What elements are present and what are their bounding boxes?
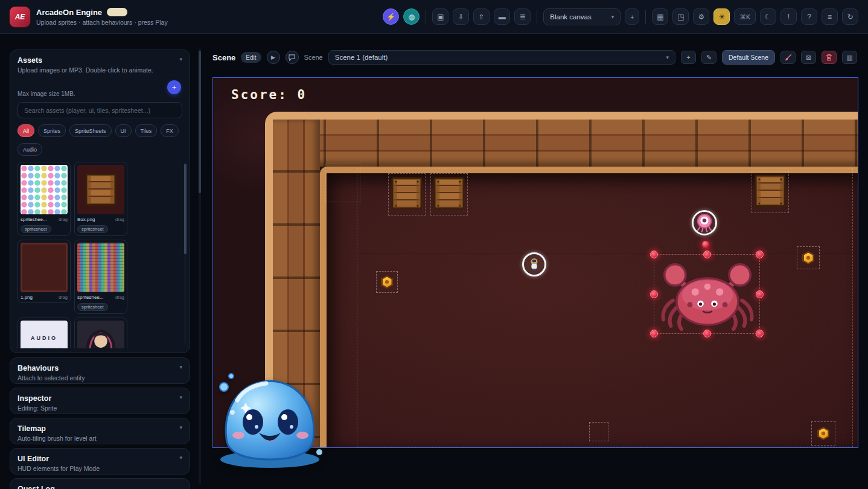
filter-chip-sprites[interactable]: Sprites <box>38 124 66 137</box>
spritesheet-thumbnail[interactable] <box>77 243 124 292</box>
asset-card[interactable]: 1.pngdrag <box>18 240 71 303</box>
export-button[interactable]: ⇩ <box>453 8 469 25</box>
coin-entity[interactable] <box>811 421 835 446</box>
list-button[interactable]: ≣ <box>514 8 531 25</box>
add-asset-button[interactable]: + <box>167 80 181 94</box>
settings-button[interactable]: ⚙ <box>693 8 709 25</box>
help-button[interactable]: ? <box>801 8 817 25</box>
image-thumbnail[interactable] <box>21 243 68 292</box>
header-toolbar: ⚡ ◍ ▣ ⇩ ⇧ ▬ ≣ Blank canvas ▾ + ▦ ◳ ⚙ ☀ ⌘… <box>383 8 858 25</box>
minimize-button[interactable]: ▬ <box>494 8 510 25</box>
filter-chip-ui[interactable]: UI <box>115 124 132 137</box>
crab-boss-entity[interactable] <box>654 254 760 334</box>
resize-handle[interactable] <box>756 290 764 298</box>
asset-card[interactable]: Box.pngdrag spritesheet <box>74 162 127 236</box>
layout-columns-button[interactable]: ▥ <box>842 51 857 64</box>
theme-light-button[interactable]: ☀ <box>713 8 730 25</box>
search-input[interactable] <box>18 102 182 118</box>
frame-button[interactable]: ◳ <box>672 8 689 25</box>
chevron-down-icon[interactable]: ▾ <box>179 56 182 62</box>
player-entity[interactable] <box>522 252 546 276</box>
paint-brush-button[interactable] <box>780 51 796 64</box>
scene-select[interactable]: Scene 1 (default) ▾ <box>328 50 675 65</box>
character-thumbnail[interactable] <box>77 321 124 348</box>
menu-button[interactable]: ≡ <box>822 8 838 25</box>
asset-card[interactable]: spriteshee...drag spritesheet <box>18 162 71 236</box>
world-button[interactable]: ◍ <box>403 8 420 25</box>
filter-chip-tiles[interactable]: Tiles <box>135 124 158 137</box>
quest-log-panel[interactable]: Quest Log <box>10 478 190 489</box>
ui-editor-panel[interactable]: UI Editor HUD elements for Play Mode ▾ <box>10 448 190 475</box>
rename-scene-button[interactable]: ✎ <box>701 51 716 64</box>
play-icon: ▶ <box>271 54 275 60</box>
filter-chip-fx[interactable]: FX <box>161 124 179 137</box>
resize-handle[interactable] <box>650 251 658 258</box>
scene-title: Scene <box>212 53 235 62</box>
edit-mode-badge[interactable]: Edit <box>241 52 261 63</box>
refresh-button[interactable]: ↻ <box>842 8 858 25</box>
alien-entity[interactable] <box>692 210 717 235</box>
asset-card[interactable]: spriteshee...drag spritesheet <box>74 240 127 314</box>
resize-handle[interactable] <box>756 330 764 337</box>
chevron-down-icon[interactable]: ▾ <box>179 424 182 430</box>
resize-handle[interactable] <box>703 330 711 337</box>
behaviours-panel[interactable]: Behaviours Attach to selected entity ▾ <box>10 357 190 384</box>
inspector-panel[interactable]: Inspector Editing: Sprite ▾ <box>10 388 190 414</box>
save-button[interactable]: ▣ <box>432 8 448 25</box>
game-viewport-canvas[interactable]: Score: 0 <box>212 77 858 448</box>
tile-selection-box[interactable] <box>589 422 608 441</box>
chevron-down-icon[interactable]: ▾ <box>179 394 182 400</box>
chevron-down-icon[interactable]: ▾ <box>179 455 182 461</box>
upload-button[interactable]: ⇧ <box>473 8 490 25</box>
play-button[interactable]: ▶ <box>267 51 280 64</box>
canvas-template-select[interactable]: Blank canvas ▾ <box>543 8 621 25</box>
asset-card[interactable]: AUDIO PIXEL-DEATH-66829. pixel-deat...dr… <box>18 318 71 348</box>
crate-icon <box>433 176 465 210</box>
add-scene-button[interactable]: + <box>681 51 696 64</box>
tilemap-panel[interactable]: Tilemap Auto-tiling brush for level art … <box>10 418 190 444</box>
drag-label[interactable]: drag <box>59 217 68 222</box>
filter-chip-all[interactable]: All <box>18 124 34 137</box>
chat-button[interactable] <box>286 51 299 64</box>
slime-entity[interactable] <box>213 364 327 473</box>
spritesheet-thumbnail[interactable] <box>21 165 68 214</box>
resize-handle[interactable] <box>650 330 658 337</box>
boost-button[interactable]: ⚡ <box>383 8 399 25</box>
grid-button[interactable]: ▦ <box>652 8 668 25</box>
projectile-entity[interactable] <box>702 241 709 248</box>
refresh-icon: ↻ <box>847 13 853 21</box>
coin-entity[interactable] <box>376 271 398 293</box>
theme-dark-button[interactable]: ☾ <box>760 8 776 25</box>
command-palette-button[interactable]: ⌘K <box>734 8 756 25</box>
panel-title: Behaviours <box>18 364 182 372</box>
panel-title: UI Editor <box>18 455 182 463</box>
drag-label[interactable]: drag <box>115 217 124 222</box>
drag-label[interactable]: drag <box>115 295 124 300</box>
alien-sprite-icon <box>695 213 713 232</box>
crate-entity[interactable] <box>430 173 468 216</box>
filter-chip-audio[interactable]: Audio <box>18 143 42 156</box>
crate-entity[interactable] <box>752 171 789 213</box>
drag-label[interactable]: drag <box>59 295 68 300</box>
resize-handle[interactable] <box>756 251 764 258</box>
filter-chip-spritesheets[interactable]: SpriteSheets <box>69 124 112 137</box>
resize-handle[interactable] <box>650 290 658 298</box>
chevron-down-icon[interactable]: ▾ <box>179 364 182 370</box>
audio-thumbnail[interactable]: AUDIO PIXEL-DEATH-66829. <box>21 321 68 348</box>
sidebar-scrollbar[interactable] <box>199 48 201 484</box>
alerts-button[interactable]: ! <box>780 8 797 25</box>
delete-button[interactable] <box>822 51 837 64</box>
crate-entity[interactable] <box>388 173 426 216</box>
coin-entity[interactable] <box>797 246 820 269</box>
tile-selection-box[interactable] <box>325 164 360 202</box>
assets-title: Assets <box>18 56 182 65</box>
grid-icon: ▦ <box>657 13 663 21</box>
add-canvas-button[interactable]: + <box>625 8 639 25</box>
box-thumbnail[interactable] <box>77 165 124 214</box>
default-scene-button[interactable]: Default Scene <box>722 50 775 65</box>
resize-handle[interactable] <box>703 251 711 258</box>
asset-list-scrollbar[interactable] <box>184 164 187 344</box>
asset-card[interactable]: c1.pngdrag <box>74 318 127 348</box>
clear-selection-button[interactable]: ⊠ <box>801 51 816 64</box>
asset-tag: spritesheet <box>21 225 51 233</box>
